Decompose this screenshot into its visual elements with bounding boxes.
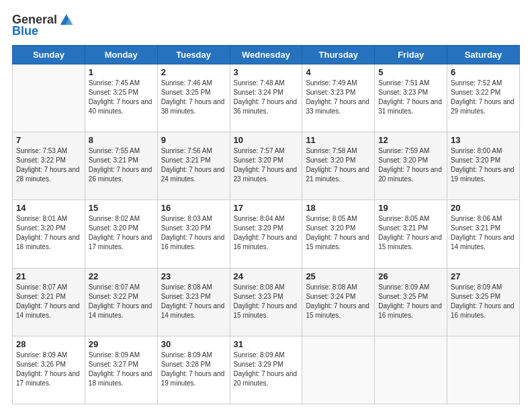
calendar-cell: 28Sunrise: 8:09 AMSunset: 3:26 PMDayligh… — [13, 336, 85, 404]
calendar-cell: 7Sunrise: 7:53 AMSunset: 3:22 PMDaylight… — [13, 132, 85, 200]
calendar-cell: 19Sunrise: 8:05 AMSunset: 3:21 PMDayligh… — [375, 200, 447, 268]
calendar-cell: 2Sunrise: 7:46 AMSunset: 3:25 PMDaylight… — [157, 64, 230, 132]
day-number: 30 — [161, 339, 226, 349]
calendar-week-row: 7Sunrise: 7:53 AMSunset: 3:22 PMDaylight… — [13, 132, 520, 200]
day-number: 21 — [16, 271, 81, 281]
day-number: 2 — [161, 67, 226, 77]
weekday-header-sunday: Sunday — [13, 46, 85, 64]
day-info: Sunrise: 8:09 AMSunset: 3:25 PMDaylight:… — [451, 283, 516, 320]
logo: General Blue — [12, 12, 73, 38]
calendar-cell: 23Sunrise: 8:08 AMSunset: 3:23 PMDayligh… — [157, 268, 230, 336]
calendar-cell — [375, 336, 447, 404]
calendar-week-row: 21Sunrise: 8:07 AMSunset: 3:21 PMDayligh… — [13, 268, 520, 336]
day-info: Sunrise: 7:46 AMSunset: 3:25 PMDaylight:… — [161, 79, 226, 116]
day-info: Sunrise: 7:52 AMSunset: 3:22 PMDaylight:… — [451, 79, 516, 116]
day-number: 7 — [16, 135, 81, 145]
day-number: 15 — [89, 203, 154, 213]
weekday-header-tuesday: Tuesday — [157, 46, 230, 64]
weekday-header-row: SundayMondayTuesdayWednesdayThursdayFrid… — [13, 46, 520, 64]
calendar-cell: 4Sunrise: 7:49 AMSunset: 3:23 PMDaylight… — [302, 64, 375, 132]
calendar-cell: 17Sunrise: 8:04 AMSunset: 3:20 PMDayligh… — [230, 200, 302, 268]
day-number: 27 — [451, 271, 516, 281]
day-info: Sunrise: 8:08 AMSunset: 3:23 PMDaylight:… — [161, 283, 226, 320]
calendar-cell: 22Sunrise: 8:07 AMSunset: 3:22 PMDayligh… — [85, 268, 157, 336]
day-info: Sunrise: 8:01 AMSunset: 3:20 PMDaylight:… — [16, 214, 81, 252]
calendar-cell: 5Sunrise: 7:51 AMSunset: 3:23 PMDaylight… — [375, 64, 447, 132]
day-info: Sunrise: 7:45 AMSunset: 3:25 PMDaylight:… — [89, 79, 154, 116]
day-number: 3 — [234, 67, 299, 77]
day-info: Sunrise: 7:59 AMSunset: 3:20 PMDaylight:… — [378, 146, 443, 184]
weekday-header-saturday: Saturday — [447, 46, 520, 64]
day-number: 28 — [16, 339, 81, 349]
day-number: 18 — [306, 203, 371, 213]
calendar-cell: 21Sunrise: 8:07 AMSunset: 3:21 PMDayligh… — [13, 268, 85, 336]
day-number: 10 — [234, 135, 299, 145]
day-info: Sunrise: 7:58 AMSunset: 3:20 PMDaylight:… — [306, 146, 371, 184]
day-number: 14 — [16, 203, 81, 213]
header: General Blue — [12, 12, 520, 38]
day-info: Sunrise: 7:48 AMSunset: 3:24 PMDaylight:… — [234, 79, 299, 116]
calendar-cell: 8Sunrise: 7:55 AMSunset: 3:21 PMDaylight… — [85, 132, 157, 200]
day-info: Sunrise: 7:51 AMSunset: 3:23 PMDaylight:… — [378, 79, 443, 116]
day-info: Sunrise: 8:07 AMSunset: 3:21 PMDaylight:… — [16, 283, 81, 320]
calendar-week-row: 1Sunrise: 7:45 AMSunset: 3:25 PMDaylight… — [13, 64, 520, 132]
calendar-week-row: 28Sunrise: 8:09 AMSunset: 3:26 PMDayligh… — [13, 336, 520, 404]
day-info: Sunrise: 8:04 AMSunset: 3:20 PMDaylight:… — [234, 214, 299, 252]
calendar-cell: 11Sunrise: 7:58 AMSunset: 3:20 PMDayligh… — [302, 132, 375, 200]
calendar-week-row: 14Sunrise: 8:01 AMSunset: 3:20 PMDayligh… — [13, 200, 520, 268]
day-info: Sunrise: 8:09 AMSunset: 3:25 PMDaylight:… — [378, 283, 443, 320]
day-number: 31 — [234, 339, 299, 349]
day-info: Sunrise: 8:05 AMSunset: 3:21 PMDaylight:… — [378, 214, 443, 252]
day-info: Sunrise: 8:09 AMSunset: 3:26 PMDaylight:… — [16, 351, 81, 388]
calendar-cell: 3Sunrise: 7:48 AMSunset: 3:24 PMDaylight… — [230, 64, 302, 132]
day-info: Sunrise: 8:07 AMSunset: 3:22 PMDaylight:… — [89, 283, 154, 320]
day-info: Sunrise: 8:06 AMSunset: 3:21 PMDaylight:… — [451, 214, 516, 252]
day-info: Sunrise: 8:08 AMSunset: 3:24 PMDaylight:… — [306, 283, 371, 320]
day-number: 20 — [451, 203, 516, 213]
day-info: Sunrise: 7:55 AMSunset: 3:21 PMDaylight:… — [89, 146, 154, 184]
calendar-cell: 25Sunrise: 8:08 AMSunset: 3:24 PMDayligh… — [302, 268, 375, 336]
day-info: Sunrise: 7:57 AMSunset: 3:20 PMDaylight:… — [234, 146, 299, 184]
day-info: Sunrise: 7:53 AMSunset: 3:22 PMDaylight:… — [16, 146, 81, 184]
calendar-cell: 9Sunrise: 7:56 AMSunset: 3:21 PMDaylight… — [157, 132, 230, 200]
calendar-cell: 29Sunrise: 8:09 AMSunset: 3:27 PMDayligh… — [85, 336, 157, 404]
weekday-header-monday: Monday — [85, 46, 157, 64]
day-number: 16 — [161, 203, 226, 213]
day-number: 9 — [161, 135, 226, 145]
calendar-cell: 30Sunrise: 8:09 AMSunset: 3:28 PMDayligh… — [157, 336, 230, 404]
day-number: 26 — [378, 271, 443, 281]
calendar-cell: 20Sunrise: 8:06 AMSunset: 3:21 PMDayligh… — [447, 200, 520, 268]
weekday-header-friday: Friday — [375, 46, 447, 64]
day-info: Sunrise: 8:00 AMSunset: 3:20 PMDaylight:… — [451, 146, 516, 184]
calendar-cell — [302, 336, 375, 404]
calendar-cell: 18Sunrise: 8:05 AMSunset: 3:20 PMDayligh… — [302, 200, 375, 268]
day-number: 22 — [89, 271, 154, 281]
day-number: 13 — [451, 135, 516, 145]
calendar-cell: 13Sunrise: 8:00 AMSunset: 3:20 PMDayligh… — [447, 132, 520, 200]
calendar-cell: 27Sunrise: 8:09 AMSunset: 3:25 PMDayligh… — [447, 268, 520, 336]
calendar-cell: 6Sunrise: 7:52 AMSunset: 3:22 PMDaylight… — [447, 64, 520, 132]
calendar-cell — [13, 64, 85, 132]
day-info: Sunrise: 7:49 AMSunset: 3:23 PMDaylight:… — [306, 79, 371, 116]
day-number: 1 — [89, 67, 154, 77]
day-number: 29 — [89, 339, 154, 349]
calendar-cell: 12Sunrise: 7:59 AMSunset: 3:20 PMDayligh… — [375, 132, 447, 200]
calendar-cell: 1Sunrise: 7:45 AMSunset: 3:25 PMDaylight… — [85, 64, 157, 132]
calendar-cell: 10Sunrise: 7:57 AMSunset: 3:20 PMDayligh… — [230, 132, 302, 200]
day-number: 11 — [306, 135, 371, 145]
day-number: 17 — [234, 203, 299, 213]
day-info: Sunrise: 8:09 AMSunset: 3:28 PMDaylight:… — [161, 351, 226, 388]
calendar-cell — [447, 336, 520, 404]
calendar-table: SundayMondayTuesdayWednesdayThursdayFrid… — [12, 45, 520, 404]
day-info: Sunrise: 8:08 AMSunset: 3:23 PMDaylight:… — [234, 283, 299, 320]
day-number: 5 — [378, 67, 443, 77]
day-info: Sunrise: 8:09 AMSunset: 3:27 PMDaylight:… — [89, 351, 154, 388]
day-number: 25 — [306, 271, 371, 281]
calendar-cell: 24Sunrise: 8:08 AMSunset: 3:23 PMDayligh… — [230, 268, 302, 336]
weekday-header-thursday: Thursday — [302, 46, 375, 64]
day-info: Sunrise: 8:03 AMSunset: 3:20 PMDaylight:… — [161, 214, 226, 252]
day-number: 8 — [89, 135, 154, 145]
page: General Blue SundayMondayTuesdayWednesda… — [0, 0, 532, 411]
calendar-cell: 14Sunrise: 8:01 AMSunset: 3:20 PMDayligh… — [13, 200, 85, 268]
day-info: Sunrise: 8:09 AMSunset: 3:29 PMDaylight:… — [234, 351, 299, 388]
